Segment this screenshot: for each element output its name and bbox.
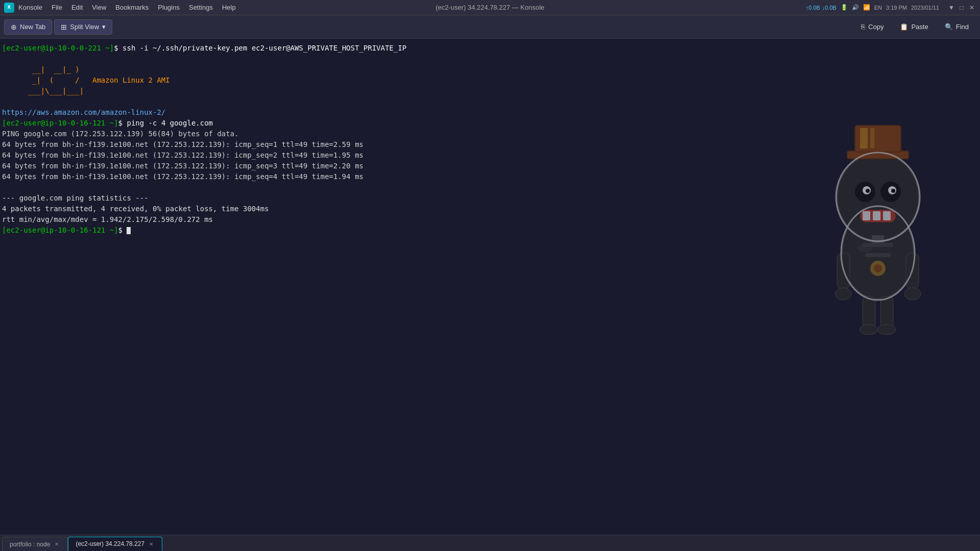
split-icon: ⊞ [61,23,67,31]
svg-point-29 [874,264,882,272]
net-up: ↑0.0B [805,5,820,11]
svg-rect-23 [863,296,875,327]
svg-rect-24 [880,296,893,327]
ping-command: ping -c 4 google.com [127,119,213,127]
network-indicator: ↑0.0B ↓0.0B [805,5,836,11]
minimize-button[interactable]: ▼ [947,4,955,12]
cursor [127,227,131,234]
svg-rect-19 [837,253,850,289]
network-icon: 📶 [863,4,870,11]
tab-bar: portfolio : node ✕ (ec2-user) 34.224.78.… [0,535,980,551]
battery-icon: 🔋 [841,4,848,11]
ping-result4: 64 bytes from bh-in-f139.1e100.net (172.… [2,172,363,181]
date: 2023/01/11 [911,5,939,11]
tab-ec2user[interactable]: (ec2-user) 34.224.78.227 ✕ [68,537,162,551]
svg-rect-18 [865,253,891,257]
prompt-dollar2: $ [118,119,122,127]
prompt-user2: [ec2-user@ip-10-0-16-121 ~] [2,119,118,127]
svg-rect-16 [872,235,884,243]
ping-header: PING google.com (172.253.122.139) 56(84)… [2,130,239,138]
paste-button[interactable]: 📋 Paste [893,20,935,34]
svg-point-28 [870,261,886,276]
new-tab-button[interactable]: ⊕ New Tab [4,19,52,35]
copy-label: Copy [868,23,884,31]
ping-result2: 64 bytes from bh-in-f139.1e100.net (172.… [2,151,363,159]
ping-stats: 4 packets transmitted, 4 received, 0% pa… [2,205,269,213]
paste-icon: 📋 [900,23,908,31]
prompt-user1: [ec2-user@ip-10-0-0-221 ~] [2,44,114,52]
svg-point-25 [860,324,878,335]
title-bar-right: ↑0.0B ↓0.0B 🔋 🔊 📶 EN 3:19 PM 2023/01/11 … [805,4,976,12]
tab-portfolio-close[interactable]: ✕ [53,541,60,548]
ping-stats-header: --- google.com ping statistics --- [2,194,149,202]
window-title: (ec2-user) 34.224.78.227 — Konsole [435,4,544,11]
ping-result3: 64 bytes from bh-in-f139.1e100.net (172.… [2,162,363,170]
menu-bar: Konsole File Edit View Bookmarks Plugins… [14,3,805,12]
prompt-user3: [ec2-user@ip-10-0-16-121 ~] [2,226,118,234]
menu-konsole[interactable]: Konsole [14,3,46,12]
menu-settings[interactable]: Settings [185,3,217,12]
tab-ec2user-close[interactable]: ✕ [148,540,155,547]
net-down: ↓0.0B [822,5,837,11]
prompt-dollar3: $ [118,226,122,234]
menu-file[interactable]: File [47,3,66,12]
tab-ec2user-label: (ec2-user) 34.224.78.227 [76,540,144,547]
menu-bookmarks[interactable]: Bookmarks [111,3,153,12]
close-button[interactable]: ✕ [968,4,976,12]
menu-view[interactable]: View [88,3,110,12]
tab-portfolio[interactable]: portfolio : node ✕ [2,537,68,551]
terminal-area[interactable]: [ec2-user@ip-10-0-0-221 ~]$ ssh -i ~/.ss… [0,39,980,535]
prompt-dollar1: $ [114,44,118,52]
svg-rect-20 [906,253,919,289]
svg-point-21 [835,288,851,300]
tab-portfolio-label: portfolio : node [10,541,50,548]
maximize-button[interactable]: □ [958,4,966,12]
ping-result1: 64 bytes from bh-in-f139.1e100.net (172.… [2,140,363,148]
ascii-art: __| __|_ ) _| ( / Amazon Linux 2 AMI ___… [2,65,170,95]
rtt-stats: rtt min/avg/max/mdev = 1.942/2.175/2.598… [2,215,213,223]
title-bar-left: K [4,3,14,13]
menu-plugins[interactable]: Plugins [154,3,184,12]
new-tab-label: New Tab [20,23,45,31]
find-label: Find [956,23,969,31]
menu-edit[interactable]: Edit [67,3,87,12]
amazon-url: https://aws.amazon.com/amazon-linux-2/ [2,108,165,116]
svg-rect-17 [863,243,893,247]
paste-label: Paste [911,23,928,31]
split-view-label: Split View [70,23,99,31]
toolbar: ⊕ New Tab ⊞ Split View ▾ ⎘ Copy 📋 Paste … [0,15,980,39]
copy-button[interactable]: ⎘ Copy [854,20,891,34]
svg-point-26 [877,324,896,335]
svg-point-27 [857,244,873,252]
search-icon: 🔍 [945,23,953,31]
menu-help[interactable]: Help [218,3,240,12]
terminal-output: [ec2-user@ip-10-0-0-221 ~]$ ssh -i ~/.ss… [2,43,978,236]
copy-icon: ⎘ [861,23,865,31]
language-indicator: EN [874,5,882,11]
split-view-button[interactable]: ⊞ Split View ▾ [54,19,112,35]
window-controls: ▼ □ ✕ [947,4,976,12]
chevron-down-icon: ▾ [102,23,106,31]
plus-icon: ⊕ [11,23,17,31]
title-bar: K Konsole File Edit View Bookmarks Plugi… [0,0,980,15]
svg-point-22 [904,288,921,300]
speaker-icon: 🔊 [852,4,859,11]
app-icon: K [4,3,14,13]
find-button[interactable]: 🔍 Find [938,20,976,34]
clock: 3:19 PM [886,5,907,11]
ssh-command: ssh -i ~/.ssh/private-key.pem ec2-user@A… [122,44,406,52]
